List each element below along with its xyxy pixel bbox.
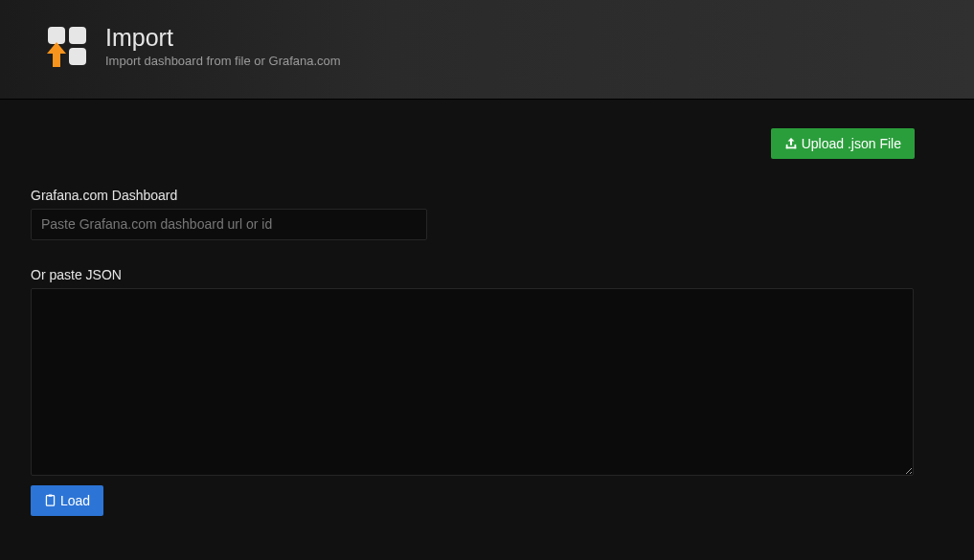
paste-json-textarea[interactable] [31, 288, 914, 476]
grafana-url-section: Grafana.com Dashboard [31, 188, 915, 240]
paste-json-section: Or paste JSON [31, 267, 915, 476]
page-title: Import [105, 25, 341, 52]
grafana-url-input[interactable] [31, 209, 427, 240]
svg-rect-3 [53, 54, 60, 67]
svg-rect-1 [69, 27, 86, 44]
upload-json-button[interactable]: Upload .json File [771, 128, 915, 159]
header-text: Import Import dashboard from file or Gra… [105, 25, 341, 68]
paste-icon [44, 494, 57, 506]
svg-marker-4 [47, 42, 66, 54]
svg-rect-8 [46, 496, 54, 506]
svg-rect-0 [48, 27, 65, 44]
svg-rect-7 [794, 144, 796, 147]
svg-rect-9 [48, 494, 52, 496]
page-header: Import Import dashboard from file or Gra… [0, 0, 974, 100]
svg-rect-6 [785, 144, 787, 147]
upload-row: Upload .json File [31, 128, 915, 159]
page-subtitle: Import dashboard from file or Grafana.co… [105, 54, 341, 68]
load-button-label: Load [60, 493, 90, 508]
svg-rect-2 [69, 48, 86, 65]
upload-icon [784, 137, 798, 150]
paste-json-label: Or paste JSON [31, 267, 915, 282]
import-icon [46, 25, 88, 67]
load-row: Load [31, 485, 915, 516]
upload-button-label: Upload .json File [802, 136, 901, 151]
content: Upload .json File Grafana.com Dashboard … [0, 100, 974, 516]
grafana-url-label: Grafana.com Dashboard [31, 188, 915, 203]
load-button[interactable]: Load [31, 485, 103, 516]
